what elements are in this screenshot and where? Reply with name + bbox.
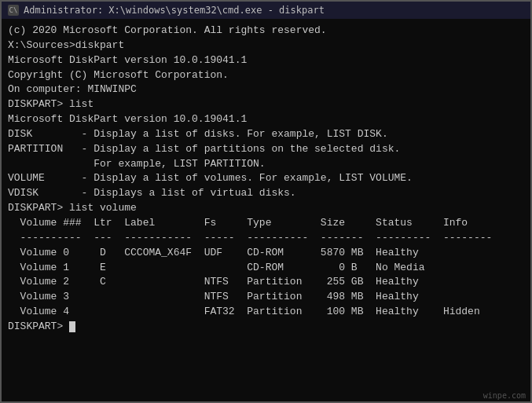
cursor [69,321,75,332]
terminal-line: Volume ### Ltr Label Fs Type Size Status… [8,216,524,231]
terminal-line: PARTITION - Display a list of partitions… [8,142,524,157]
terminal-line: X:\Sources>diskpart [8,38,524,53]
terminal-line: (c) 2020 Microsoft Corporation. All righ… [8,24,524,38]
terminal-line: Microsoft DiskPart version 10.0.19041.1 [8,112,524,127]
terminal-line: Microsoft DiskPart version 10.0.19041.1 [8,53,524,68]
terminal-line: Volume 1 E CD-ROM 0 B No Media [8,261,524,276]
terminal-line: Copyright (C) Microsoft Corporation. [8,68,524,83]
terminal-line: DISK - Display a list of disks. For exam… [8,127,524,142]
cmd-window: C\ Administrator: X:\windows\system32\cm… [0,0,532,403]
terminal-line: DISKPART> [8,320,524,335]
watermark: winpe.com [483,391,526,400]
terminal-line: Volume 4 FAT32 Partition 100 MB Healthy … [8,305,524,320]
terminal-line: Volume 2 C NTFS Partition 255 GB Healthy [8,275,524,290]
title-bar-text: Administrator: X:\windows\system32\cmd.e… [24,5,325,16]
terminal-output[interactable]: (c) 2020 Microsoft Corporation. All righ… [2,19,530,401]
title-bar: C\ Administrator: X:\windows\system32\cm… [2,2,530,19]
terminal-line: Volume 3 NTFS Partition 498 MB Healthy [8,290,524,305]
title-bar-icon: C\ [8,5,19,16]
terminal-line: DISKPART> list volume [8,201,524,216]
terminal-line: For example, LIST PARTITION. [8,157,524,172]
terminal-line: VOLUME - Display a list of volumes. For … [8,171,524,186]
terminal-line: DISKPART> list [8,97,524,112]
terminal-line: Volume 0 D CCCOMA_X64F UDF CD-ROM 5870 M… [8,246,524,261]
terminal-line: ---------- --- ----------- ----- -------… [8,231,524,246]
terminal-line: On computer: MINWINPC [8,82,524,97]
terminal-line: VDISK - Displays a list of virtual disks… [8,186,524,201]
